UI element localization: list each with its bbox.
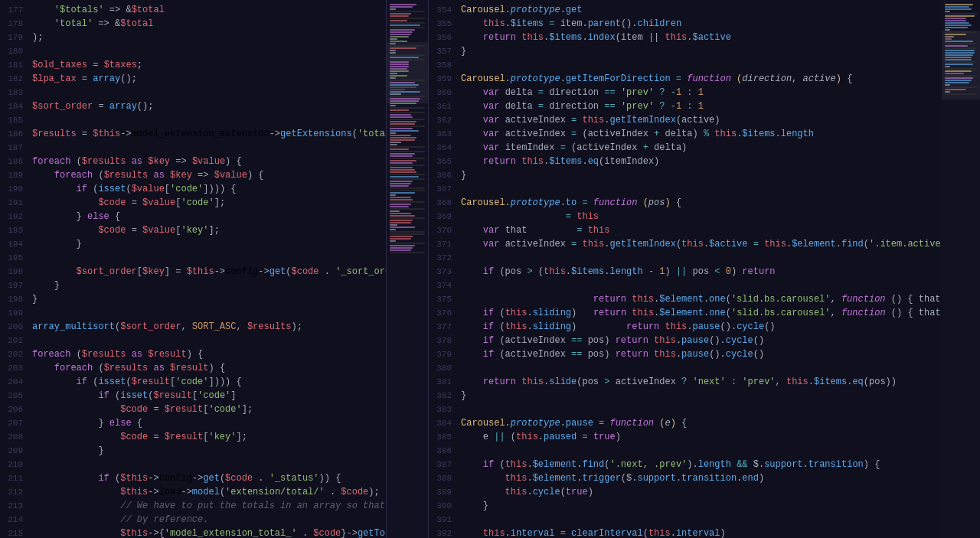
- right-panel[interactable]: 354Carousel.prototype.get 355 this.$item…: [429, 0, 942, 538]
- left-panel[interactable]: 177 '$totals' => &$total 178 'total' => …: [0, 0, 387, 538]
- php-code-block: 177 '$totals' => &$total 178 'total' => …: [0, 0, 386, 538]
- right-minimap: [942, 0, 980, 538]
- left-minimap: [387, 0, 429, 538]
- js-code-block: 354Carousel.prototype.get 355 this.$item…: [429, 0, 942, 538]
- editor-container: 177 '$totals' => &$total 178 'total' => …: [0, 0, 980, 538]
